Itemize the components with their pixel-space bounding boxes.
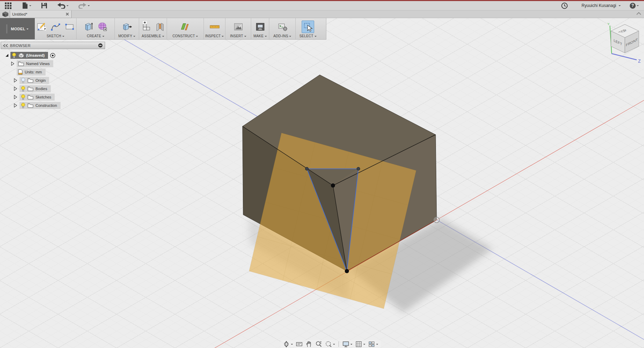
window-zoom-button[interactable]	[324, 340, 336, 348]
browser-header[interactable]: BROWSER	[1, 42, 105, 49]
main-toolbar: MODEL	[0, 18, 326, 40]
toolbar-menu-construct[interactable]: CONSTRUCT	[173, 34, 198, 39]
toolbar-menu-create[interactable]: CREATE	[87, 34, 104, 39]
visibility-bulb-on-icon[interactable]	[21, 94, 25, 100]
user-account-button[interactable]: Ryuuichi Kusanagi	[579, 1, 622, 10]
visibility-bulb-off-icon[interactable]	[21, 78, 25, 84]
workspace-switcher[interactable]: MODEL	[0, 18, 35, 39]
toolbar-menu-assemble[interactable]: ASSEMBLE	[142, 34, 164, 39]
remove-filter-icon[interactable]	[98, 43, 103, 48]
job-status-button[interactable]	[559, 1, 570, 10]
spline-icon	[50, 21, 61, 32]
measure-button[interactable]	[208, 21, 221, 33]
app-grid-button[interactable]	[3, 1, 14, 10]
redo-icon	[78, 2, 87, 9]
orbit-button[interactable]	[282, 340, 294, 348]
spline-button[interactable]	[49, 21, 62, 33]
navbar-separator	[339, 341, 339, 347]
collapsed-arrow-icon[interactable]	[13, 87, 17, 91]
tab-close-icon[interactable]	[65, 12, 69, 16]
make-button[interactable]	[254, 21, 267, 33]
assemble-caret	[162, 36, 164, 38]
document-tab[interactable]: Untitled*	[10, 10, 72, 18]
new-component-button[interactable]	[140, 21, 152, 33]
create-sketch-icon	[36, 21, 47, 32]
collapsed-arrow-icon[interactable]	[13, 95, 17, 99]
grid-settings-caret	[363, 344, 365, 346]
extrude-button[interactable]	[82, 21, 95, 33]
pan-hand-icon	[305, 341, 312, 348]
select-button[interactable]	[302, 21, 314, 33]
save-button[interactable]	[39, 1, 49, 10]
toolbar-menu-make[interactable]: MAKE	[253, 34, 267, 39]
component-cube-icon	[18, 53, 24, 58]
toolbar-group-modify: MODIFY	[115, 18, 139, 39]
activate-component-radio[interactable]	[50, 53, 55, 58]
toolbar-menu-sketch[interactable]: SKETCH	[47, 34, 64, 39]
tree-row-root[interactable]: (Unsaved)	[1, 52, 107, 59]
visibility-bulb-on-icon[interactable]	[12, 53, 16, 58]
collapsed-arrow-icon[interactable]	[10, 62, 15, 66]
tree-row-bodies[interactable]: Bodies	[1, 85, 107, 92]
construct-caret	[196, 36, 198, 38]
collapse-panel-icon[interactable]	[3, 44, 8, 47]
scripts-addins-icon	[277, 21, 288, 32]
undo-button[interactable]	[55, 1, 70, 10]
rectangle-button[interactable]	[63, 21, 76, 33]
form-button[interactable]	[96, 21, 109, 33]
create-sketch-button[interactable]	[35, 21, 48, 33]
tree-label-units: Units: mm	[25, 70, 42, 74]
press-pull-button[interactable]	[121, 21, 133, 33]
view-cube[interactable]: Y Z TOP LEFT FRONT	[605, 20, 644, 63]
insert-button[interactable]	[232, 21, 245, 33]
toolbar-menu-modify[interactable]: MODIFY	[118, 34, 135, 39]
display-settings-button[interactable]	[341, 340, 353, 348]
collapsed-arrow-icon[interactable]	[13, 103, 17, 108]
window-zoom-icon	[325, 341, 332, 348]
folder-icon	[27, 78, 33, 83]
toolbar-menu-select[interactable]: SELECT	[299, 34, 316, 39]
tree-row-units[interactable]: Units: mm	[1, 69, 107, 76]
sketch-point-bottom-corner[interactable]	[345, 269, 349, 273]
help-icon: ?	[630, 3, 636, 9]
help-button[interactable]: ?	[628, 1, 641, 10]
measure-icon	[209, 21, 220, 32]
expanded-arrow-icon[interactable]	[5, 53, 9, 57]
file-icon	[22, 2, 28, 9]
construct-plane-button[interactable]	[179, 21, 192, 33]
file-menu-button[interactable]	[20, 1, 33, 10]
zoom-button[interactable]	[314, 340, 323, 348]
viewports-button[interactable]	[367, 340, 379, 348]
tree-label-named-views: Named Views	[26, 62, 50, 66]
tree-row-named-views[interactable]: Named Views	[1, 60, 107, 67]
addins-button[interactable]	[276, 21, 289, 33]
tree-row-construction[interactable]: Construction	[1, 102, 107, 109]
toolbar-collapse-button[interactable]	[636, 12, 641, 15]
toolbar-menu-insert[interactable]: INSERT	[230, 34, 246, 39]
collapsed-arrow-icon[interactable]	[13, 78, 17, 82]
grid-settings-button[interactable]	[354, 340, 366, 348]
look-at-button[interactable]	[295, 340, 304, 348]
grid-settings-icon	[355, 341, 362, 348]
pan-button[interactable]	[304, 340, 313, 348]
sketch-point-top-corner[interactable]	[331, 183, 335, 188]
sketch-point-right[interactable]	[357, 167, 360, 171]
joint-icon	[154, 21, 166, 32]
toolbar-menu-inspect[interactable]: INSPECT	[205, 34, 224, 39]
tree-row-sketches[interactable]: Sketches	[1, 94, 107, 101]
visibility-bulb-on-icon[interactable]	[21, 103, 25, 109]
window-zoom-caret	[333, 344, 335, 346]
browser-tree: (Unsaved) Named Views	[1, 52, 107, 109]
viewports-icon	[368, 341, 375, 348]
redo-button[interactable]	[77, 1, 92, 10]
document-tab-title: Untitled*	[12, 12, 65, 16]
toolbar-group-assemble: ASSEMBLE	[139, 18, 167, 39]
joint-button[interactable]	[154, 21, 166, 33]
visibility-bulb-on-icon[interactable]	[21, 86, 25, 92]
toolbar-menu-addins[interactable]: ADD-INS	[273, 34, 292, 39]
toolbar-group-create: CREATE	[77, 18, 115, 39]
display-settings-caret	[350, 344, 352, 346]
origin-point[interactable]	[434, 217, 439, 223]
tree-row-origin[interactable]: Origin	[1, 77, 107, 84]
sketch-point-left[interactable]	[305, 167, 309, 171]
